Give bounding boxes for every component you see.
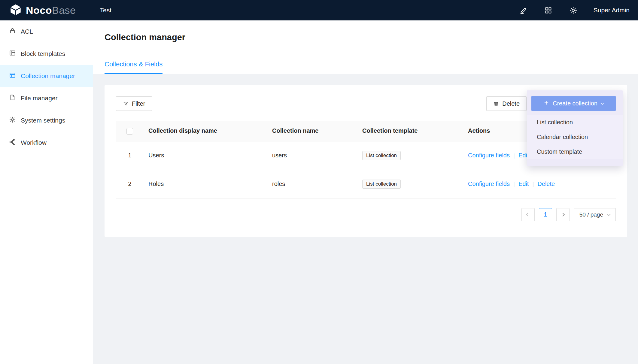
row-index: 2 bbox=[116, 170, 144, 198]
tab-collections-and-fields[interactable]: Collections & Fields bbox=[105, 60, 163, 74]
row-index: 1 bbox=[116, 141, 144, 170]
pagination: 1 50 / page bbox=[116, 208, 616, 221]
topbar-menu-item-test[interactable]: Test bbox=[97, 0, 115, 20]
col-header-collection-name: Collection name bbox=[267, 121, 357, 141]
template-tag: List collection bbox=[362, 151, 401, 160]
select-all-checkbox[interactable] bbox=[126, 128, 133, 135]
row-collection-name: users bbox=[267, 141, 357, 170]
action-divider: | bbox=[513, 152, 515, 159]
nocobase-admin-screen: NocoBase Test bbox=[0, 0, 638, 364]
row-display-name: Roles bbox=[144, 170, 267, 198]
gear-icon bbox=[9, 116, 16, 125]
sidebar-item-system-settings[interactable]: System settings bbox=[0, 109, 93, 132]
topbar-menu: Test bbox=[97, 0, 115, 20]
chevron-right-icon bbox=[561, 213, 565, 217]
col-header-collection-template: Collection template bbox=[357, 121, 463, 141]
sidebar-item-label: System settings bbox=[21, 117, 65, 124]
chevron-down-icon bbox=[607, 212, 611, 216]
template-tag: List collection bbox=[362, 180, 401, 189]
configure-fields-link[interactable]: Configure fields bbox=[468, 180, 510, 187]
filter-button[interactable]: Filter bbox=[116, 96, 152, 111]
delete-link[interactable]: Delete bbox=[537, 180, 555, 187]
cube-logo-icon bbox=[9, 4, 22, 17]
page-size-select[interactable]: 50 / page bbox=[574, 208, 616, 221]
prev-page-button[interactable] bbox=[521, 208, 535, 221]
sidebar-item-label: Collection manager bbox=[21, 72, 75, 80]
sidebar-item-label: File manager bbox=[21, 95, 58, 102]
sidebar-item-workflow[interactable]: Workflow bbox=[0, 132, 93, 154]
sidebar-item-label: ACL bbox=[21, 28, 33, 35]
chevron-left-icon bbox=[526, 213, 530, 217]
configure-fields-link[interactable]: Configure fields bbox=[468, 152, 510, 159]
page-size-value: 50 / page bbox=[579, 211, 603, 218]
sidebar: ACL Block templates Collection manager bbox=[0, 20, 93, 364]
topbar-icons bbox=[519, 6, 577, 14]
page-title: Collection manager bbox=[105, 32, 185, 42]
filter-funnel-icon bbox=[123, 101, 129, 107]
chevron-down-icon bbox=[600, 101, 604, 105]
highlighter-icon[interactable] bbox=[519, 6, 527, 14]
user-menu[interactable]: Super Admin bbox=[594, 7, 630, 14]
edit-link[interactable]: Edit bbox=[518, 180, 529, 187]
workflow-icon bbox=[9, 138, 16, 147]
trash-icon bbox=[493, 101, 499, 107]
sidebar-item-block-templates[interactable]: Block templates bbox=[0, 43, 93, 65]
nocobase-logo[interactable]: NocoBase bbox=[9, 4, 76, 17]
col-header-display-name: Collection display name bbox=[144, 121, 267, 141]
row-actions: Configure fields|Edit|Delete bbox=[463, 170, 616, 198]
row-collection-name: roles bbox=[267, 170, 357, 198]
row-display-name: Users bbox=[144, 141, 267, 170]
delete-button[interactable]: Delete bbox=[486, 96, 527, 111]
sidebar-item-acl[interactable]: ACL bbox=[0, 20, 93, 43]
sidebar-item-label: Block templates bbox=[21, 50, 65, 57]
sidebar-item-collection-manager[interactable]: Collection manager bbox=[0, 65, 93, 87]
action-divider: | bbox=[532, 181, 534, 187]
table-row: 2 Roles roles List collection Configure … bbox=[116, 170, 616, 198]
next-page-button[interactable] bbox=[556, 208, 570, 221]
sidebar-item-file-manager[interactable]: File manager bbox=[0, 87, 93, 109]
plus-icon bbox=[544, 100, 549, 107]
filter-button-label: Filter bbox=[132, 100, 145, 107]
page-header: Collection manager Collections & Fields bbox=[93, 20, 638, 74]
lock-icon bbox=[9, 27, 16, 36]
menu-item-list-collection[interactable]: List collection bbox=[527, 115, 623, 130]
file-icon bbox=[9, 94, 16, 102]
menu-item-custom-template[interactable]: Custom template bbox=[527, 144, 623, 159]
topbar: NocoBase Test bbox=[0, 0, 638, 20]
apps-icon[interactable] bbox=[544, 6, 552, 14]
logo-text: NocoBase bbox=[26, 5, 76, 16]
delete-button-label: Delete bbox=[502, 100, 520, 107]
create-collection-button[interactable]: Create collection bbox=[531, 96, 616, 111]
page-number-1[interactable]: 1 bbox=[539, 208, 552, 221]
settings-gear-icon[interactable] bbox=[569, 6, 577, 14]
sidebar-item-label: Workflow bbox=[21, 139, 47, 146]
menu-item-calendar-collection[interactable]: Calendar collection bbox=[527, 130, 623, 144]
layout-icon bbox=[9, 50, 16, 58]
collection-table-icon bbox=[9, 72, 16, 80]
create-collection-label: Create collection bbox=[553, 100, 597, 107]
create-collection-menu: List collection Calendar collection Cust… bbox=[527, 115, 623, 159]
action-divider: | bbox=[513, 181, 515, 187]
